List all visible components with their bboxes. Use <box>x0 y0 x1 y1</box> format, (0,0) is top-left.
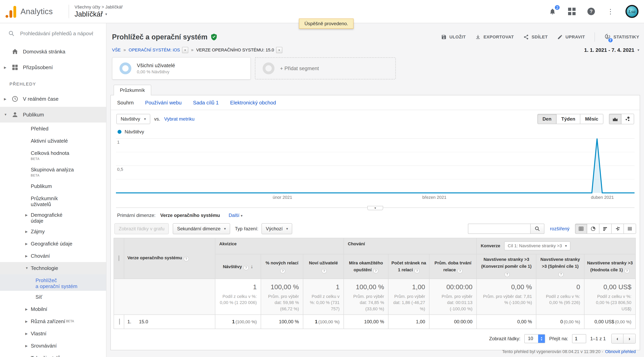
breadcrumb[interactable]: Všechny účty > Jablíčkář <box>74 4 123 10</box>
expand-arrow-icon[interactable]: ▶ <box>25 254 28 258</box>
primary-dimension-value[interactable]: Verze operačního systému <box>160 213 220 218</box>
help-icon[interactable]: ? <box>414 268 420 274</box>
date-range-picker[interactable]: 1. 1. 2021 - 7. 4. 2021 ▾ <box>584 47 639 53</box>
expand-arrow-icon[interactable]: ▶ <box>25 307 28 311</box>
col-header-goal-completions[interactable]: Navstivene stranky >3 (Splnění cíle 1)? <box>536 254 584 279</box>
pivot-view-button[interactable] <box>624 224 636 234</box>
percentage-view-button[interactable] <box>587 224 600 234</box>
sidebar-item-interests[interactable]: ▶ Zájmy <box>0 225 106 238</box>
col-header-avg-duration[interactable]: Prům. doba trvání relace? <box>429 254 476 279</box>
notifications-button[interactable]: 2 <box>548 7 557 16</box>
expand-arrow-icon[interactable]: ▶ <box>25 213 28 217</box>
prev-page-button[interactable]: ‹ <box>611 334 624 344</box>
col-header-goal-conv-rate[interactable]: Navstivene stranky >3 (Konverzní poměr c… <box>476 254 536 279</box>
expand-arrow-icon[interactable]: ▶ <box>25 320 28 323</box>
goto-page-input[interactable] <box>572 334 586 343</box>
more-menu-button[interactable]: ⋮ <box>606 7 615 16</box>
col-header-goal-value[interactable]: Navstivene stranky >3 (Hodnota cíle 1)? <box>584 254 636 279</box>
subtab-goal-set[interactable]: Sada cílů 1 <box>193 100 219 106</box>
sidebar-item-audience[interactable]: ▼ Publikum <box>0 107 106 123</box>
sidebar-item-browser-os[interactable]: Prohlížeč a operační systém <box>0 274 106 291</box>
breadcrumb-account[interactable]: Jablíčkář <box>105 4 123 9</box>
col-header-new-sessions[interactable]: % nových relací? <box>261 254 303 279</box>
help-icon[interactable]: ? <box>504 272 510 277</box>
save-button[interactable]: ULOŽIT <box>441 34 466 40</box>
sidebar-item-cross-device[interactable]: ▶ Různá zařízeníBETA <box>0 315 106 328</box>
sidebar-item-geo[interactable]: ▶ Geografické údaje <box>0 238 106 250</box>
help-icon[interactable]: ? <box>184 256 189 262</box>
tab-explorer[interactable]: Průzkumník <box>114 85 151 95</box>
drill-os-dropdown[interactable]: ▾ <box>182 47 188 53</box>
share-button[interactable]: SDÍLET <box>523 34 548 40</box>
sidebar-item-active-users[interactable]: Aktivní uživatelé <box>0 135 106 147</box>
line-chart-button[interactable] <box>609 114 622 124</box>
sort-type-select[interactable]: Výchozí ▾ <box>262 223 292 234</box>
col-header-bounce-rate[interactable]: Míra okamžitého opuštění? <box>344 254 388 279</box>
subtab-site-usage[interactable]: Používání webu <box>145 100 182 106</box>
chart-expand-toggle[interactable]: ▼ <box>367 206 383 210</box>
motion-chart-button[interactable] <box>622 114 634 124</box>
plot-rows-button[interactable]: Zobrazit řádky v grafu <box>114 223 169 234</box>
table-search-input[interactable] <box>468 224 530 234</box>
col-header-pages-session[interactable]: Počet stránek na 1 relaci? <box>388 254 429 279</box>
subtab-ecommerce[interactable]: Elektronický obchod <box>230 100 276 106</box>
drill-os-link[interactable]: OPERAČNÍ SYSTÉM: iOS <box>128 47 180 53</box>
sidebar-item-home[interactable]: Domovská stránka <box>0 44 106 59</box>
help-button[interactable]: ? <box>587 7 596 16</box>
sidebar-item-user-explorer[interactable]: Průzkumník uživatelů <box>0 192 106 209</box>
expand-arrow-icon[interactable]: ▶ <box>25 332 28 336</box>
account-switcher[interactable]: Jablíčkář ▾ <box>74 10 123 18</box>
subtab-summary[interactable]: Souhrn <box>117 100 134 106</box>
help-icon[interactable]: ? <box>373 268 378 274</box>
advanced-filter-link[interactable]: rozšířený <box>550 226 570 232</box>
sidebar-item-overview[interactable]: Přehled <box>0 123 106 135</box>
help-icon[interactable]: ? <box>280 268 285 274</box>
help-icon[interactable]: ? <box>244 265 249 270</box>
drill-os-version-dropdown[interactable]: ▾ <box>276 47 282 53</box>
row-checkbox[interactable] <box>119 319 120 325</box>
insights-button[interactable]: 7 STATISTIKY <box>604 33 639 41</box>
expand-arrow-icon[interactable]: ▶ <box>25 242 28 246</box>
dimension-column-header[interactable]: Verze operačního systému? <box>124 238 215 279</box>
sidebar-item-realtime[interactable]: ▶ V reálném čase <box>0 91 106 107</box>
granularity-week[interactable]: Týden <box>557 114 580 124</box>
search-input[interactable] <box>20 30 93 37</box>
sidebar-item-technology[interactable]: ▼ Technologie <box>0 262 106 274</box>
more-dimensions-link[interactable]: Další ▾ <box>229 213 242 218</box>
refresh-report-link[interactable]: Obnovit přehled <box>605 349 636 354</box>
table-search-button[interactable] <box>530 224 544 234</box>
expand-arrow-icon[interactable]: ▶ <box>25 230 28 234</box>
drill-all-link[interactable]: VŠE <box>112 47 121 53</box>
goal-selector[interactable]: Cíl 1: Navstivene stranky >3 ▾ <box>504 241 570 250</box>
sidebar-item-lifetime-value[interactable]: Celková hodnotaBETA <box>0 147 106 164</box>
metric-select[interactable]: Návštěvy ▾ <box>116 114 150 124</box>
breadcrumb-all-accounts[interactable]: Všechny účty <box>74 4 100 9</box>
edit-button[interactable]: UPRAVIT <box>557 34 585 40</box>
collapse-arrow-icon[interactable]: ▼ <box>4 113 7 116</box>
segment-all-users[interactable]: Všichni uživatelé 0,00 % Návštěvy <box>112 57 251 80</box>
col-header-visits[interactable]: Návštěvy?↓ <box>215 254 261 279</box>
sidebar-item-custom[interactable]: ▶ Vlastní <box>0 328 106 340</box>
expand-arrow-icon[interactable]: ▶ <box>4 66 6 69</box>
help-icon[interactable]: ? <box>624 268 630 274</box>
sidebar-item-cohort-analysis[interactable]: Skupinová analýzaBETA <box>0 164 106 180</box>
select-all-checkbox[interactable] <box>118 255 119 261</box>
avatar[interactable]: Lsa <box>626 5 638 18</box>
visits-chart[interactable]: 1 0,5 únor 2021 březen 2021 duben 2021 <box>116 136 634 204</box>
granularity-month[interactable]: Měsíc <box>580 114 604 124</box>
sidebar-item-benchmarking[interactable]: ▶ Srovnávání <box>0 340 106 352</box>
col-header-new-users[interactable]: Noví uživatelé? <box>303 254 344 279</box>
data-view-button[interactable] <box>575 224 587 234</box>
sidebar-item-customization[interactable]: ▶ Přizpůsobení <box>0 59 106 75</box>
help-icon[interactable]: ? <box>558 272 564 277</box>
next-page-button[interactable]: › <box>624 334 636 344</box>
select-metric-link[interactable]: Vybrat metriku <box>164 116 194 122</box>
help-icon[interactable]: ? <box>322 268 327 274</box>
expand-arrow-icon[interactable]: ▶ <box>25 344 28 348</box>
dimension-value[interactable]: 15.0 <box>139 319 148 324</box>
sidebar-item-network[interactable]: Síť <box>0 291 106 303</box>
help-icon[interactable]: ? <box>458 268 462 274</box>
sidebar-item-users-flow[interactable]: Tok uživatelů <box>0 352 106 357</box>
export-button[interactable]: EXPORTOVAT <box>475 34 514 40</box>
rows-per-page-select[interactable]: 10 ▲▼ <box>524 334 545 343</box>
